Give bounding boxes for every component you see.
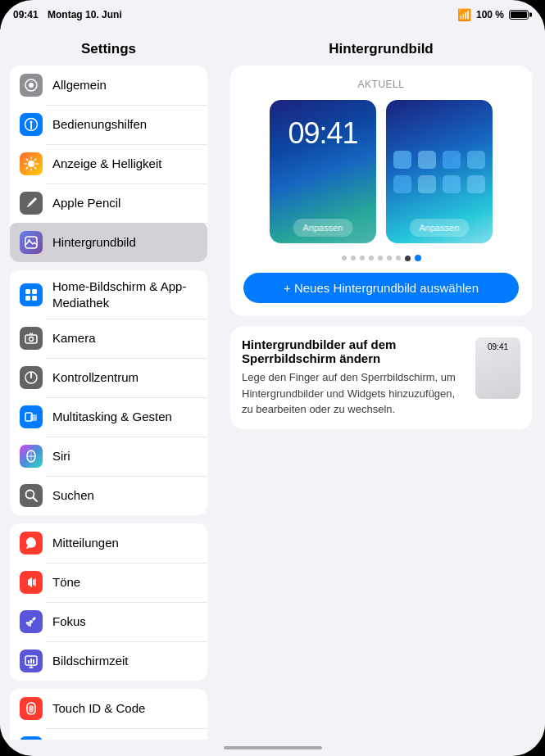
siri-label: Siri [52, 448, 70, 464]
mitteilungen-icon [20, 532, 43, 555]
aktuell-label: AKTUELL [243, 79, 519, 90]
fokus-icon [20, 610, 43, 633]
svg-rect-18 [25, 296, 30, 301]
suchen-label: Suchen [52, 487, 94, 504]
lock-screen-preview[interactable]: 09:41 Anpassen [270, 100, 376, 243]
battery-percent: 100 % [476, 9, 504, 20]
svg-point-1 [29, 83, 34, 88]
wallpaper-previews: 09:41 Anpassen [243, 100, 519, 243]
svg-point-21 [30, 337, 34, 342]
dot-4 [369, 256, 374, 260]
sidebar-item-siri[interactable]: Siri [10, 437, 207, 476]
svg-rect-38 [30, 659, 32, 663]
svg-rect-25 [30, 414, 37, 421]
home-preview-bg: Anpassen [386, 100, 493, 243]
home-icon-2 [418, 151, 436, 169]
sidebar-item-bildschirmzeit[interactable]: Bildschirmzeit [10, 641, 207, 681]
siri-icon [20, 445, 43, 468]
allgemein-label: Allgemein [52, 77, 107, 93]
dot-2 [351, 256, 356, 260]
sidebar-item-anzeige[interactable]: Anzeige & Helligkeit [10, 144, 207, 183]
lock-anpassen-btn[interactable]: Anpassen [293, 219, 353, 237]
sidebar-item-pencil[interactable]: Apple Pencil [10, 183, 207, 223]
sidebar-item-allgemein[interactable]: Allgemein [10, 66, 207, 105]
allgemein-icon [20, 74, 43, 97]
home-icon-4 [467, 151, 485, 169]
kamera-icon [20, 327, 43, 350]
home-anpassen-btn[interactable]: Anpassen [410, 219, 470, 237]
sidebar-item-toene[interactable]: Töne [10, 563, 207, 602]
sidebar-section-2: Home-Bildschirm & App-Mediathek Kamera K… [10, 270, 207, 515]
svg-rect-17 [32, 289, 37, 294]
sidebar: Settings Allgemein Bedienungshilfen Anze… [0, 29, 217, 740]
wifi-icon: 📶 [457, 8, 471, 21]
touchid-label: Touch ID & Code [52, 700, 145, 717]
sidebar-item-mitteilungen[interactable]: Mitteilungen [10, 523, 207, 563]
sidebar-item-home[interactable]: Home-Bildschirm & App-Mediathek [10, 270, 207, 319]
anzeige-icon [20, 152, 43, 175]
home-icon-1 [393, 151, 411, 169]
touchid-icon [20, 697, 43, 720]
status-right: 📶 100 % [457, 8, 529, 21]
toene-icon [20, 571, 43, 594]
info-thumbnail: 09:41 [475, 337, 520, 399]
dot-5 [378, 256, 383, 260]
bildschirmzeit-icon [20, 650, 43, 672]
info-card: Hintergrundbilder auf dem Sperrbildschir… [230, 326, 532, 429]
svg-rect-16 [25, 289, 30, 294]
sidebar-title: Settings [0, 29, 217, 66]
home-bar [224, 746, 322, 749]
pencil-icon [20, 192, 43, 215]
hintergrund-icon [20, 231, 43, 254]
status-date: Montag 10. Juni [48, 9, 122, 20]
sidebar-item-kontroll[interactable]: Kontrollzentrum [10, 358, 207, 397]
svg-point-5 [28, 161, 34, 167]
sidebar-section-1: Allgemein Bedienungshilfen Anzeige & Hel… [10, 66, 207, 262]
sidebar-item-kamera[interactable]: Kamera [10, 319, 207, 358]
sidebar-item-multitasking[interactable]: Multitasking & Gesten [10, 397, 207, 437]
bildschirmzeit-label: Bildschirmzeit [52, 653, 129, 669]
svg-line-12 [34, 159, 35, 160]
home-icon-8 [467, 175, 485, 193]
home-screen-preview[interactable]: Anpassen [386, 100, 493, 243]
main-layout: Settings Allgemein Bedienungshilfen Anze… [0, 29, 545, 740]
status-bar: 09:41 Montag 10. Juni 📶 100 % [0, 0, 545, 29]
suchen-icon [20, 484, 43, 507]
toene-label: Töne [52, 574, 80, 591]
lock-time: 09:41 [288, 116, 357, 151]
thumb-time: 09:41 [488, 342, 508, 351]
bedienungshilfen-label: Bedienungshilfen [52, 116, 147, 133]
sidebar-item-fokus[interactable]: Fokus [10, 602, 207, 641]
hintergrund-label: Hintergrundbild [52, 234, 136, 251]
add-wallpaper-button[interactable]: + Neues Hintergrundbild auswählen [243, 273, 519, 303]
sidebar-item-bedienungshilfen[interactable]: Bedienungshilfen [10, 105, 207, 144]
dot-3 [360, 256, 365, 260]
lock-preview-bg: 09:41 Anpassen [270, 100, 376, 243]
dot-8 [405, 256, 411, 261]
dot-7 [396, 256, 401, 260]
svg-rect-39 [33, 659, 34, 663]
home-icon [20, 283, 43, 306]
status-time: 09:41 [13, 9, 39, 20]
sidebar-item-touchid[interactable]: Touch ID & Code [10, 689, 207, 728]
dot-1 [342, 256, 347, 260]
status-time-date: 09:41 Montag 10. Juni [13, 9, 122, 20]
svg-rect-20 [25, 335, 37, 343]
svg-line-11 [34, 167, 35, 168]
sidebar-section-4: Touch ID & Code Datenschutz & Sicherheit [10, 689, 207, 740]
content-area: Hintergrundbild AKTUELL 09:41 Anpassen [217, 29, 545, 740]
multitasking-icon [20, 405, 43, 428]
dots-indicator [243, 255, 519, 261]
info-card-desc: Lege den Finger auf den Sperrbildschirm,… [242, 369, 466, 418]
sidebar-item-hintergrund[interactable]: Hintergrundbild [10, 223, 207, 262]
home-icon-6 [418, 175, 436, 193]
sidebar-item-suchen[interactable]: Suchen [10, 476, 207, 515]
dot-6 [387, 256, 392, 260]
sidebar-item-datenschutz[interactable]: Datenschutz & Sicherheit [10, 728, 207, 740]
svg-rect-19 [32, 296, 37, 301]
svg-line-30 [34, 498, 38, 502]
home-label: Home-Bildschirm & App-Mediathek [52, 278, 198, 310]
info-text: Hintergrundbilder auf dem Sperrbildschir… [242, 337, 466, 418]
anzeige-label: Anzeige & Helligkeit [52, 156, 161, 172]
svg-line-10 [26, 159, 27, 160]
